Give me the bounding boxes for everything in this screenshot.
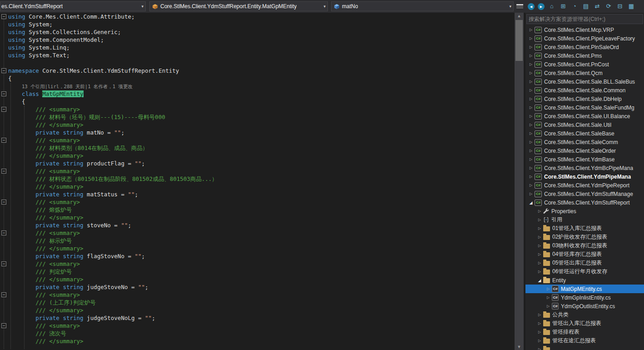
collapsed-arrow-icon[interactable]: ▷ bbox=[536, 226, 543, 230]
collapsed-arrow-icon[interactable]: ▷ bbox=[527, 183, 535, 187]
collapsed-arrow-icon[interactable]: ▷ bbox=[527, 28, 535, 32]
tree-item[interactable]: ▷管坯在途汇总报表 bbox=[525, 336, 644, 345]
tree-item[interactable]: ◢Entity bbox=[525, 276, 644, 285]
sync-with-active-document-icon[interactable]: ⇄ bbox=[593, 2, 601, 10]
code-editor[interactable]: −using Core.Mes.Client.Comm.Attribute;us… bbox=[0, 13, 515, 350]
collapsed-arrow-icon[interactable]: ▷ bbox=[527, 175, 535, 179]
collapsed-arrow-icon[interactable]: ▷ bbox=[527, 97, 535, 101]
collapsed-arrow-icon[interactable]: ▷ bbox=[536, 244, 543, 248]
collapsed-arrow-icon[interactable]: ▷ bbox=[527, 71, 535, 75]
collapsed-arrow-icon[interactable]: ▷ bbox=[527, 36, 535, 40]
tree-item[interactable]: ▷C#MatGpMEntity.cs bbox=[525, 285, 644, 293]
tree-item[interactable]: ▷C#Core.StlMes.Client.Sale.BLL.SaleBus bbox=[525, 77, 644, 86]
tree-item[interactable]: ▷C#Core.StlMes.Client.YdmBcPipeMana bbox=[525, 164, 644, 172]
tree-item[interactable]: ▷05管坯出库汇总报表 bbox=[525, 259, 644, 267]
tree-item[interactable]: ▷C#Core.StlMes.Client.PipeLeaveFactory bbox=[525, 34, 644, 43]
tree-item[interactable]: ▷C#YdmGpInlistEntity.cs bbox=[525, 293, 644, 302]
collapsed-arrow-icon[interactable]: ▷ bbox=[536, 313, 543, 317]
collapsed-arrow-icon[interactable]: ▷ bbox=[527, 157, 535, 161]
tree-item[interactable]: ◢C#Core.StlMes.Client.YdmStuffReport bbox=[525, 198, 644, 207]
tree-item[interactable]: ▷C#Core.StlMes.Client.Qcm bbox=[525, 69, 644, 77]
tree-item[interactable]: ▷C#Core.StlMes.Client.Sale.DbHelp bbox=[525, 95, 644, 103]
tree-item[interactable]: ▷管坯出入库汇总报表 bbox=[525, 319, 644, 328]
collapsed-arrow-icon[interactable]: ▷ bbox=[527, 54, 535, 58]
collapsed-arrow-icon[interactable]: ▷ bbox=[527, 80, 535, 84]
tree-item[interactable]: ▷C#Core.StlMes.Client.SaleComm bbox=[525, 138, 644, 146]
codelens-references-info[interactable]: 13 个引用|lirl，288 天前|1 名作者，1 项更改 bbox=[22, 84, 133, 89]
tree-item[interactable]: ▷C#Core.StlMes.Client.YdmPipeReport bbox=[525, 181, 644, 190]
open-files-filter-icon[interactable]: ▤ bbox=[582, 2, 590, 10]
collapsed-arrow-icon[interactable]: ▷ bbox=[536, 321, 543, 325]
tree-item[interactable]: ▷C#Core.StlMes.Client.SaleBase bbox=[525, 129, 644, 138]
collapsed-arrow-icon[interactable]: ▷ bbox=[527, 105, 535, 110]
tree-item[interactable]: ▷01管坯入库汇总报表 bbox=[525, 224, 644, 233]
tree-item[interactable]: ▷ bbox=[525, 345, 644, 350]
collapsed-arrow-icon[interactable]: ▷ bbox=[536, 270, 543, 274]
collapsed-arrow-icon[interactable]: ▷ bbox=[527, 166, 535, 170]
scrollbar-thumb[interactable] bbox=[515, 20, 523, 61]
collapsed-arrow-icon[interactable]: ▷ bbox=[527, 192, 535, 196]
collapsed-arrow-icon[interactable]: ▷ bbox=[527, 62, 535, 66]
collapsed-arrow-icon[interactable]: ▷ bbox=[527, 123, 535, 127]
navbar-project-dropdown[interactable]: es.Client.YdmStuffReport ▾ bbox=[0, 1, 146, 11]
collapsed-arrow-icon[interactable]: ▷ bbox=[527, 140, 535, 144]
tree-item[interactable]: ▷C#Core.StlMes.Client.YdmBase bbox=[525, 155, 644, 164]
forward-icon[interactable]: ▶ bbox=[538, 3, 545, 10]
fold-collapse-icon[interactable]: − bbox=[1, 91, 6, 96]
solution-explorer-search-input[interactable] bbox=[526, 14, 643, 24]
collapsed-arrow-icon[interactable]: ▷ bbox=[527, 88, 535, 92]
tree-item[interactable]: ▷Properties bbox=[525, 207, 644, 215]
fold-collapse-icon[interactable]: − bbox=[1, 107, 6, 112]
collapsed-arrow-icon[interactable]: ▷ bbox=[545, 287, 552, 291]
tree-item[interactable]: ▷C#Core.StlMes.Client.Sale.SaleFundMg bbox=[525, 103, 644, 112]
refresh-icon[interactable]: ⟳ bbox=[604, 2, 613, 10]
fold-collapse-icon[interactable]: − bbox=[1, 292, 6, 297]
collapsed-arrow-icon[interactable]: ▷ bbox=[536, 235, 543, 239]
tree-item[interactable]: ▷C#Core.StlMes.Client.PlnSaleOrd bbox=[525, 43, 644, 51]
back-icon[interactable]: ◀ bbox=[528, 3, 535, 10]
navbar-type-dropdown[interactable]: Core.StlMes.Client.YdmStuffReport.Entity… bbox=[149, 1, 328, 11]
fold-collapse-icon[interactable]: − bbox=[1, 14, 6, 19]
expanded-arrow-icon[interactable]: ◢ bbox=[527, 200, 535, 205]
tree-item[interactable]: ▷C#Core.StlMes.Client.Pms bbox=[525, 51, 644, 60]
collapsed-arrow-icon[interactable]: ▷ bbox=[536, 218, 543, 222]
expanded-arrow-icon[interactable]: ◢ bbox=[536, 278, 543, 283]
pending-changes-filter-icon[interactable]: ◔ bbox=[570, 2, 579, 10]
collapsed-arrow-icon[interactable]: ▷ bbox=[527, 45, 535, 49]
tree-item[interactable]: ▷C#Core.StlMes.Client.Sale.Util bbox=[525, 120, 644, 129]
tree-item[interactable]: ▷06管坯运行年月收发存 bbox=[525, 267, 644, 276]
fold-collapse-icon[interactable]: − bbox=[1, 68, 6, 73]
tree-item[interactable]: ▷C#Core.StlMes.Client.SaleOrder bbox=[525, 146, 644, 155]
properties-window-icon[interactable]: ▦ bbox=[627, 2, 635, 10]
fold-collapse-icon[interactable]: − bbox=[1, 261, 6, 266]
fold-collapse-icon[interactable]: − bbox=[1, 138, 6, 143]
editor-scrollbar[interactable]: ▲ ▼ bbox=[515, 13, 524, 350]
collapsed-arrow-icon[interactable]: ▷ bbox=[536, 261, 543, 265]
navbar-member-dropdown[interactable]: matNo ▾ bbox=[331, 1, 514, 11]
tree-item[interactable]: ▷04管坯库存汇总报表 bbox=[525, 250, 644, 259]
tree-item[interactable]: ▷引用 bbox=[525, 215, 644, 224]
tree-item[interactable]: ▷C#Core.StlMes.Client.YdmStuffManage bbox=[525, 190, 644, 198]
fold-collapse-icon[interactable]: − bbox=[1, 323, 6, 328]
scroll-down-icon[interactable]: ▼ bbox=[515, 344, 524, 350]
home-icon[interactable]: ⌂ bbox=[548, 2, 556, 10]
tree-item[interactable]: ▷管坯排程表 bbox=[525, 328, 644, 336]
tree-item[interactable]: ▷公共类 bbox=[525, 310, 644, 319]
collapsed-arrow-icon[interactable]: ▷ bbox=[536, 339, 543, 343]
split-editor-button[interactable] bbox=[515, 3, 524, 10]
tree-item[interactable]: ▷03物料收发存汇总报表 bbox=[525, 241, 644, 250]
fold-collapse-icon[interactable]: − bbox=[1, 230, 6, 235]
collapsed-arrow-icon[interactable]: ▷ bbox=[536, 252, 543, 256]
tree-item[interactable]: ▷C#Core.StlMes.Client.Sale.UI.Balance bbox=[525, 112, 644, 120]
fold-collapse-icon[interactable]: − bbox=[1, 169, 6, 174]
collapsed-arrow-icon[interactable]: ▷ bbox=[536, 330, 543, 334]
switch-views-icon[interactable]: ⊞ bbox=[559, 2, 567, 10]
tree-item[interactable]: ▷C#Core.StlMes.Client.Sale.Common bbox=[525, 86, 644, 95]
collapsed-arrow-icon[interactable]: ▷ bbox=[536, 347, 543, 350]
collapsed-arrow-icon[interactable]: ▷ bbox=[527, 114, 535, 118]
tree-item[interactable]: ▷C#Core.StlMes.Client.YdmPipeMana bbox=[525, 172, 644, 181]
collapsed-arrow-icon[interactable]: ▷ bbox=[545, 295, 552, 300]
collapsed-arrow-icon[interactable]: ▷ bbox=[527, 149, 535, 153]
fold-collapse-icon[interactable]: − bbox=[1, 200, 6, 205]
tree-item[interactable]: ▷C#Core.StlMes.Client.PnCost bbox=[525, 60, 644, 69]
